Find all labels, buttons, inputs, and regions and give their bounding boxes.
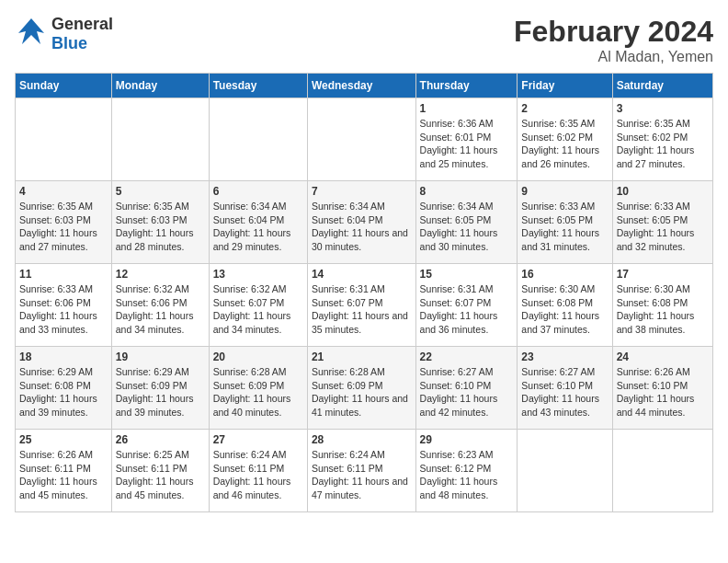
logo-general: General — [51, 15, 113, 33]
day-number: 14 — [312, 268, 412, 281]
day-number: 18 — [19, 350, 108, 363]
title-block: February 2024 Al Madan, Yemen — [514, 15, 713, 65]
week-row-5: 25Sunrise: 6:26 AMSunset: 6:11 PMDayligh… — [16, 430, 713, 512]
calendar-cell: 20Sunrise: 6:28 AMSunset: 6:09 PMDayligh… — [209, 347, 307, 430]
day-number: 29 — [420, 433, 514, 446]
day-detail: Sunrise: 6:23 AMSunset: 6:12 PMDaylight:… — [420, 448, 514, 502]
day-detail: Sunrise: 6:35 AMSunset: 6:02 PMDaylight:… — [617, 117, 709, 171]
calendar-cell: 19Sunrise: 6:29 AMSunset: 6:09 PMDayligh… — [111, 347, 209, 430]
day-detail: Sunrise: 6:36 AMSunset: 6:01 PMDaylight:… — [420, 117, 514, 171]
day-number: 12 — [116, 268, 205, 281]
day-detail: Sunrise: 6:28 AMSunset: 6:09 PMDaylight:… — [213, 365, 303, 419]
day-detail: Sunrise: 6:32 AMSunset: 6:07 PMDaylight:… — [213, 282, 303, 337]
day-detail: Sunrise: 6:30 AMSunset: 6:08 PMDaylight:… — [521, 282, 608, 337]
calendar-cell: 21Sunrise: 6:28 AMSunset: 6:09 PMDayligh… — [307, 347, 415, 430]
day-detail: Sunrise: 6:27 AMSunset: 6:10 PMDaylight:… — [420, 365, 514, 419]
day-number: 3 — [617, 102, 709, 115]
day-detail: Sunrise: 6:34 AMSunset: 6:04 PMDaylight:… — [213, 200, 303, 254]
day-number: 22 — [420, 350, 514, 363]
day-detail: Sunrise: 6:31 AMSunset: 6:07 PMDaylight:… — [312, 282, 412, 337]
day-detail: Sunrise: 6:26 AMSunset: 6:11 PMDaylight:… — [19, 448, 108, 502]
calendar-cell: 23Sunrise: 6:27 AMSunset: 6:10 PMDayligh… — [518, 347, 612, 430]
day-number: 5 — [116, 185, 205, 198]
day-number: 9 — [521, 185, 608, 198]
day-number: 19 — [116, 350, 205, 363]
day-detail: Sunrise: 6:33 AMSunset: 6:06 PMDaylight:… — [19, 282, 108, 337]
calendar-cell: 1Sunrise: 6:36 AMSunset: 6:01 PMDaylight… — [415, 98, 518, 181]
weekday-header-tuesday: Tuesday — [209, 74, 307, 98]
day-number: 20 — [213, 350, 303, 363]
weekday-header-thursday: Thursday — [415, 74, 518, 98]
day-detail: Sunrise: 6:29 AMSunset: 6:08 PMDaylight:… — [19, 365, 108, 419]
calendar-cell — [16, 98, 112, 181]
day-detail: Sunrise: 6:34 AMSunset: 6:05 PMDaylight:… — [420, 200, 514, 254]
day-number: 10 — [617, 185, 709, 198]
calendar-cell: 6Sunrise: 6:34 AMSunset: 6:04 PMDaylight… — [209, 181, 307, 264]
day-number: 16 — [521, 268, 608, 281]
day-detail: Sunrise: 6:30 AMSunset: 6:08 PMDaylight:… — [617, 282, 709, 337]
day-detail: Sunrise: 6:33 AMSunset: 6:05 PMDaylight:… — [521, 200, 608, 254]
day-number: 4 — [19, 185, 108, 198]
day-number: 1 — [420, 102, 514, 115]
logo: General Blue — [15, 15, 113, 53]
calendar-cell: 9Sunrise: 6:33 AMSunset: 6:05 PMDaylight… — [518, 181, 612, 264]
calendar-cell: 17Sunrise: 6:30 AMSunset: 6:08 PMDayligh… — [612, 264, 712, 347]
calendar-cell: 18Sunrise: 6:29 AMSunset: 6:08 PMDayligh… — [16, 347, 112, 430]
day-detail: Sunrise: 6:25 AMSunset: 6:11 PMDaylight:… — [116, 448, 205, 502]
week-row-3: 11Sunrise: 6:33 AMSunset: 6:06 PMDayligh… — [16, 264, 713, 347]
calendar-cell — [209, 98, 307, 181]
day-detail: Sunrise: 6:27 AMSunset: 6:10 PMDaylight:… — [521, 365, 608, 419]
week-row-1: 1Sunrise: 6:36 AMSunset: 6:01 PMDaylight… — [16, 98, 713, 181]
calendar-cell: 12Sunrise: 6:32 AMSunset: 6:06 PMDayligh… — [111, 264, 209, 347]
calendar-cell — [307, 98, 415, 181]
calendar-cell: 8Sunrise: 6:34 AMSunset: 6:05 PMDaylight… — [415, 181, 518, 264]
day-detail: Sunrise: 6:24 AMSunset: 6:11 PMDaylight:… — [312, 448, 412, 502]
weekday-header-wednesday: Wednesday — [307, 74, 415, 98]
calendar-cell — [518, 430, 612, 512]
day-number: 2 — [521, 102, 608, 115]
logo-bird-icon — [15, 15, 48, 53]
day-number: 11 — [19, 268, 108, 281]
day-number: 27 — [213, 433, 303, 446]
weekday-header-monday: Monday — [111, 74, 209, 98]
logo-text: General Blue — [51, 15, 113, 53]
svg-marker-0 — [18, 18, 44, 44]
day-detail: Sunrise: 6:33 AMSunset: 6:05 PMDaylight:… — [617, 200, 709, 254]
month-year-title: February 2024 — [514, 15, 713, 49]
day-detail: Sunrise: 6:35 AMSunset: 6:03 PMDaylight:… — [19, 200, 108, 254]
day-number: 15 — [420, 268, 514, 281]
calendar-cell: 10Sunrise: 6:33 AMSunset: 6:05 PMDayligh… — [612, 181, 712, 264]
weekday-header-saturday: Saturday — [612, 74, 712, 98]
day-number: 8 — [420, 185, 514, 198]
day-number: 26 — [116, 433, 205, 446]
calendar-cell: 2Sunrise: 6:35 AMSunset: 6:02 PMDaylight… — [518, 98, 612, 181]
calendar-cell: 27Sunrise: 6:24 AMSunset: 6:11 PMDayligh… — [209, 430, 307, 512]
weekday-header-sunday: Sunday — [16, 74, 112, 98]
day-detail: Sunrise: 6:29 AMSunset: 6:09 PMDaylight:… — [116, 365, 205, 419]
calendar-cell: 7Sunrise: 6:34 AMSunset: 6:04 PMDaylight… — [307, 181, 415, 264]
day-number: 17 — [617, 268, 709, 281]
weekday-header-row: SundayMondayTuesdayWednesdayThursdayFrid… — [16, 74, 713, 98]
calendar-cell: 3Sunrise: 6:35 AMSunset: 6:02 PMDaylight… — [612, 98, 712, 181]
week-row-4: 18Sunrise: 6:29 AMSunset: 6:08 PMDayligh… — [16, 347, 713, 430]
day-detail: Sunrise: 6:34 AMSunset: 6:04 PMDaylight:… — [312, 200, 412, 254]
calendar-cell: 14Sunrise: 6:31 AMSunset: 6:07 PMDayligh… — [307, 264, 415, 347]
page-header: General Blue February 2024 Al Madan, Yem… — [15, 15, 713, 65]
calendar-cell — [612, 430, 712, 512]
day-detail: Sunrise: 6:32 AMSunset: 6:06 PMDaylight:… — [116, 282, 205, 337]
day-number: 28 — [312, 433, 412, 446]
calendar-cell: 13Sunrise: 6:32 AMSunset: 6:07 PMDayligh… — [209, 264, 307, 347]
day-number: 6 — [213, 185, 303, 198]
day-number: 23 — [521, 350, 608, 363]
calendar-cell: 29Sunrise: 6:23 AMSunset: 6:12 PMDayligh… — [415, 430, 518, 512]
location-subtitle: Al Madan, Yemen — [514, 49, 713, 65]
logo-blue: Blue — [51, 34, 87, 52]
day-detail: Sunrise: 6:31 AMSunset: 6:07 PMDaylight:… — [420, 282, 514, 337]
calendar-cell: 16Sunrise: 6:30 AMSunset: 6:08 PMDayligh… — [518, 264, 612, 347]
day-number: 24 — [617, 350, 709, 363]
calendar-cell: 15Sunrise: 6:31 AMSunset: 6:07 PMDayligh… — [415, 264, 518, 347]
day-detail: Sunrise: 6:26 AMSunset: 6:10 PMDaylight:… — [617, 365, 709, 419]
calendar-cell: 24Sunrise: 6:26 AMSunset: 6:10 PMDayligh… — [612, 347, 712, 430]
calendar-cell: 28Sunrise: 6:24 AMSunset: 6:11 PMDayligh… — [307, 430, 415, 512]
week-row-2: 4Sunrise: 6:35 AMSunset: 6:03 PMDaylight… — [16, 181, 713, 264]
